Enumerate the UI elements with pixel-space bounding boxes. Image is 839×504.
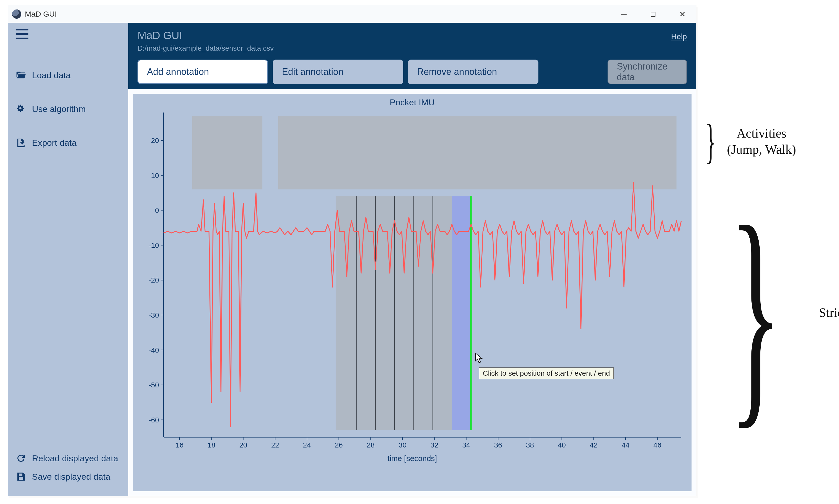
reload-data-button[interactable]: Reload displayed data: [16, 453, 124, 464]
window-titlebar: MaD GUI ─ □ ✕: [8, 5, 696, 23]
reload-data-label: Reload displayed data: [32, 453, 118, 463]
window-title: MaD GUI: [25, 10, 57, 18]
svg-text:-40: -40: [149, 346, 159, 354]
app-icon: [12, 10, 21, 19]
svg-text:42: 42: [589, 441, 598, 449]
svg-text:18: 18: [207, 441, 215, 449]
sidebar: Load data Use algorithm Export data Relo…: [8, 23, 128, 496]
export-data-button[interactable]: Export data: [16, 137, 124, 148]
main-header: MaD GUI Help D:/mad-gui/example_data/sen…: [128, 23, 696, 89]
save-icon: [16, 471, 27, 482]
window-maximize-button[interactable]: □: [640, 6, 666, 22]
svg-text:44: 44: [622, 441, 630, 449]
remove-annotation-button[interactable]: Remove annotation: [408, 59, 538, 84]
annotation-toolbar: Add annotation Edit annotation Remove an…: [137, 59, 687, 84]
synchronize-data-button[interactable]: Synchronize data: [607, 59, 687, 84]
gears-icon: [16, 104, 27, 114]
save-data-label: Save displayed data: [32, 472, 110, 482]
refresh-icon: [16, 453, 27, 464]
export-data-label: Export data: [32, 138, 76, 148]
activities-label-line2: (Jump, Walk): [727, 141, 796, 158]
svg-text:-50: -50: [149, 381, 159, 389]
svg-text:46: 46: [653, 441, 661, 449]
svg-text:32: 32: [430, 441, 438, 449]
hamburger-menu-button[interactable]: [16, 29, 29, 39]
help-link[interactable]: Help: [671, 32, 687, 41]
figure-annotations: } Activities (Jump, Walk) } Strides: [699, 0, 839, 504]
svg-rect-2: [336, 196, 452, 430]
app-title: MaD GUI: [137, 30, 182, 42]
strides-brace-label: } Strides: [697, 204, 839, 421]
add-annotation-button[interactable]: Add annotation: [137, 59, 268, 84]
load-data-button[interactable]: Load data: [16, 70, 124, 80]
svg-text:38: 38: [526, 441, 534, 449]
svg-rect-0: [192, 116, 262, 190]
svg-text:10: 10: [151, 172, 159, 180]
svg-text:-60: -60: [149, 416, 159, 424]
svg-text:20: 20: [239, 441, 247, 449]
svg-text:0: 0: [155, 206, 159, 214]
use-algorithm-button[interactable]: Use algorithm: [16, 104, 124, 114]
svg-text:40: 40: [558, 441, 566, 449]
plot-panel: Pocket IMU -60-50-40-30-20-1001020161820…: [133, 94, 691, 491]
export-icon: [16, 137, 27, 148]
svg-text:26: 26: [335, 441, 343, 449]
app-window: MaD GUI ─ □ ✕ Load data: [8, 5, 697, 496]
svg-text:22: 22: [271, 441, 279, 449]
svg-text:-30: -30: [149, 311, 159, 319]
svg-text:36: 36: [494, 441, 502, 449]
svg-text:24: 24: [303, 441, 311, 449]
svg-text:30: 30: [399, 441, 407, 449]
use-algorithm-label: Use algorithm: [32, 104, 86, 114]
folder-open-icon: [16, 70, 27, 80]
plot-xlabel: time [seconds]: [140, 454, 684, 463]
svg-text:-20: -20: [149, 276, 159, 284]
activities-label-line1: Activities: [727, 125, 796, 141]
load-data-label: Load data: [32, 70, 71, 80]
window-minimize-button[interactable]: ─: [611, 6, 637, 22]
save-data-button[interactable]: Save displayed data: [16, 471, 124, 482]
file-path: D:/mad-gui/example_data/sensor_data.csv: [137, 44, 687, 52]
svg-text:20: 20: [151, 137, 159, 144]
activities-brace-label: } Activities (Jump, Walk): [699, 125, 796, 157]
svg-text:-10: -10: [149, 241, 159, 249]
edit-annotation-button[interactable]: Edit annotation: [273, 59, 403, 84]
window-close-button[interactable]: ✕: [669, 6, 695, 22]
plot-title: Pocket IMU: [140, 97, 684, 107]
svg-rect-1: [278, 116, 677, 190]
svg-text:16: 16: [176, 441, 184, 449]
sensor-plot[interactable]: -60-50-40-30-20-100102016182022242628303…: [140, 110, 684, 453]
plot-tooltip: Click to set position of start / event /…: [479, 367, 614, 379]
svg-text:28: 28: [366, 441, 375, 449]
cursor-icon: [475, 353, 483, 364]
strides-label: Strides: [819, 305, 839, 321]
svg-text:34: 34: [462, 441, 470, 449]
